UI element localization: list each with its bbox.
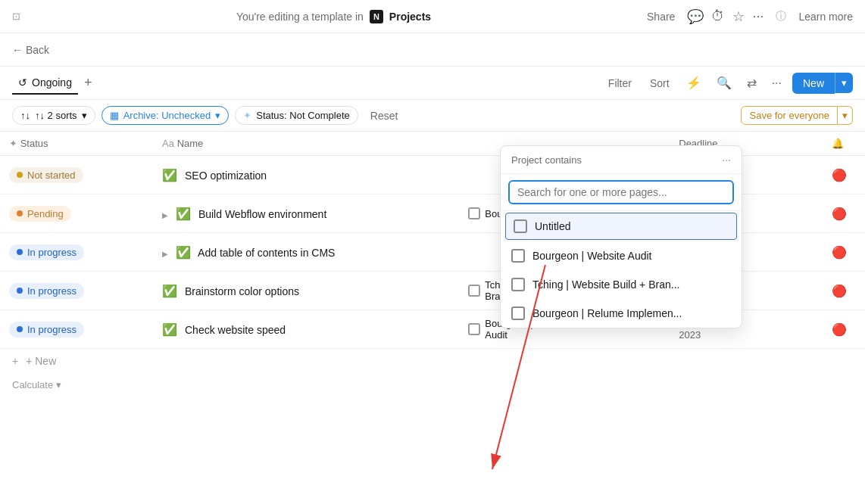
filter-button[interactable]: Filter: [602, 74, 638, 92]
status-badge-in-progress: In progress: [9, 283, 84, 299]
dropdown-header: Project contains ···: [501, 146, 742, 174]
cell-status-1[interactable]: Not started: [0, 156, 153, 194]
col-header-name: Aa Name: [153, 132, 459, 156]
clock-icon[interactable]: ⏱: [711, 8, 725, 24]
save-button[interactable]: Save for everyone: [741, 106, 838, 125]
search-container: [501, 174, 742, 211]
dropdown-item[interactable]: Untitled: [505, 213, 737, 240]
dropdown-more-button[interactable]: ···: [722, 154, 731, 166]
lightning-button[interactable]: ⚡: [682, 73, 706, 93]
dot-blue: [17, 326, 23, 332]
editing-notice: You're editing a template in N Projects: [236, 10, 431, 23]
item-label: Bourgeon | Relume Implemen...: [532, 307, 682, 319]
check-icon: ✅: [162, 169, 177, 182]
new-button-group: New ▾: [792, 73, 853, 94]
star-icon[interactable]: ☆: [732, 8, 745, 25]
learn-more-link[interactable]: Learn more: [798, 11, 853, 23]
check-icon: ✅: [176, 246, 191, 259]
back-label[interactable]: ← Back: [12, 44, 49, 56]
flag-icon: 🔴: [832, 246, 847, 259]
dot-blue: [17, 288, 23, 294]
sorts-icon: ↑↓: [20, 110, 30, 121]
cell-status-2[interactable]: Pending: [0, 194, 153, 233]
new-row-label[interactable]: + New: [23, 355, 56, 367]
status-col-icon: ✦: [9, 138, 17, 149]
cell-status-5[interactable]: In progress: [0, 310, 153, 349]
check-icon: ✅: [162, 323, 177, 336]
system-top-bar: ⊡ You're editing a template in N Project…: [0, 0, 865, 33]
cell-status-4[interactable]: In progress: [0, 272, 153, 310]
tab-add-button[interactable]: +: [81, 72, 95, 94]
filter-type-text[interactable]: contains: [545, 154, 581, 166]
new-button[interactable]: New: [792, 73, 835, 94]
dot-orange: [17, 210, 23, 216]
cell-status-3[interactable]: In progress: [0, 233, 153, 272]
expand-icon[interactable]: ▶: [162, 211, 168, 219]
table-footer[interactable]: + + New: [0, 349, 865, 373]
status-label: Status: Not Complete: [256, 110, 350, 121]
new-chevron-button[interactable]: ▾: [835, 73, 853, 93]
dropdown-title-text: Project: [511, 154, 542, 166]
check-icon: ✅: [162, 285, 177, 297]
archive-chip[interactable]: ▦ Archive: Unchecked ▾: [101, 106, 230, 125]
info-icon: ⓘ: [776, 10, 786, 23]
expand-icon[interactable]: ▶: [162, 250, 168, 258]
status-chip[interactable]: ✦ Status: Not Complete: [235, 106, 358, 125]
check-icon: ✅: [176, 207, 191, 220]
top-icon-group: 💬 ⏱ ☆ ···: [687, 8, 764, 25]
sorts-label: ↑↓ 2 sorts: [35, 110, 77, 121]
back-button[interactable]: ← Back: [12, 44, 49, 56]
cell-name-1[interactable]: ✅ SEO optimization: [153, 156, 459, 194]
item-icon: [511, 249, 525, 263]
name-col-icon: Aa: [162, 138, 174, 149]
name-col-label: Name: [177, 138, 204, 149]
notion-icon: N: [370, 10, 383, 23]
search-input[interactable]: [508, 180, 734, 204]
status-badge-pending: Pending: [9, 206, 71, 222]
status-icon: ✦: [243, 110, 251, 121]
share-label[interactable]: Share: [647, 11, 675, 23]
cell-name-3[interactable]: ▶ ✅ Add table of contents in CMS: [153, 233, 459, 272]
top-right-actions: Share 💬 ⏱ ☆ ··· ⓘ Learn more: [647, 8, 853, 25]
item-label: Tching | Website Build + Bran...: [532, 278, 679, 291]
plus-icon: +: [84, 75, 92, 91]
editing-text: You're editing a template in: [236, 11, 364, 23]
dropdown-item[interactable]: Bourgeon | Website Audit: [501, 241, 742, 270]
item-icon: [514, 219, 527, 233]
sort-button[interactable]: Sort: [644, 74, 676, 92]
archive-label: Archive: Unchecked: [123, 110, 211, 121]
tab-ongoing[interactable]: ↺ Ongoing: [12, 72, 78, 95]
item-icon: [511, 306, 525, 320]
status-col-label: Status: [20, 138, 48, 149]
comment-icon[interactable]: 💬: [687, 8, 704, 25]
more-icon[interactable]: ···: [752, 8, 764, 24]
cell-name-4[interactable]: ✅ Brainstorm color options: [153, 272, 459, 310]
project-icon: [468, 323, 480, 335]
status-badge-in-progress: In progress: [9, 322, 84, 338]
calculate-bar[interactable]: Calculate ▾: [0, 373, 865, 397]
save-group: Save for everyone ▾: [741, 106, 853, 125]
more-button[interactable]: ···: [767, 73, 786, 93]
filter-bar: ↑↓ ↑↓ 2 sorts ▾ ▦ Archive: Unchecked ▾ ✦…: [0, 100, 865, 132]
tab-icon: ↺: [18, 76, 27, 89]
status-badge-in-progress: In progress: [9, 244, 84, 260]
tab-label: Ongoing: [32, 76, 72, 89]
project-filter-dropdown: Project contains ··· Untitled Bourgeon |…: [500, 145, 742, 328]
save-chevron-button[interactable]: ▾: [838, 106, 853, 125]
sorts-chip[interactable]: ↑↓ ↑↓ 2 sorts ▾: [12, 106, 95, 125]
calculate-label[interactable]: Calculate ▾: [12, 379, 61, 390]
breadcrumb-bar: ← Back: [0, 33, 865, 67]
layout-button[interactable]: ⇄: [742, 73, 761, 93]
search-button[interactable]: 🔍: [712, 73, 736, 93]
cell-name-2[interactable]: ▶ ✅ Build Webflow environment: [153, 194, 459, 233]
item-label: Bourgeon | Website Audit: [532, 250, 651, 262]
flag-icon: 🔴: [832, 169, 847, 182]
cell-name-5[interactable]: ✅ Check website speed: [153, 310, 459, 349]
col-header-status: ✦ Status: [0, 132, 153, 156]
new-row-plus: +: [12, 355, 18, 367]
dropdown-item[interactable]: Tching | Website Build + Bran...: [501, 270, 742, 299]
col-header-flag: 🔔: [823, 132, 865, 156]
dropdown-item[interactable]: Bourgeon | Relume Implemen...: [501, 299, 742, 328]
cell-flag-4: 🔴: [823, 272, 865, 310]
reset-button[interactable]: Reset: [364, 107, 404, 125]
